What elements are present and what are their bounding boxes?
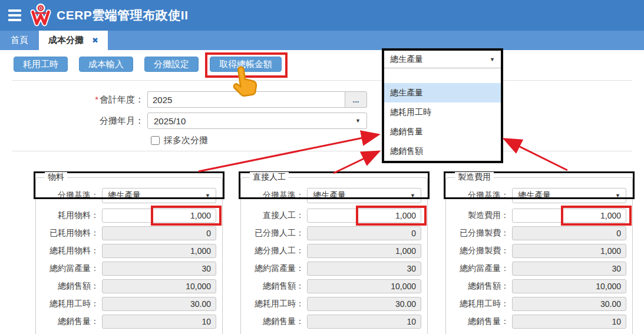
basis-label: 分攤基準：	[37, 190, 102, 201]
required-asterisk: *	[95, 94, 98, 104]
cost-input-button[interactable]: 成本輸入	[79, 57, 133, 72]
allocated-labor-input	[307, 226, 421, 240]
field-label: 總銷售量：	[37, 316, 102, 327]
basis-select-direct-labor[interactable]: 總生產量 ▼	[307, 188, 421, 203]
dropdown-arrow-icon: ▼	[205, 193, 210, 199]
basis-label: 分攤基準：	[242, 190, 307, 201]
field-label: 總約當產量：	[37, 263, 102, 274]
field-label: 總耗用物料：	[37, 246, 102, 256]
total-sales-qty-input	[102, 315, 216, 329]
field-label: 總約當產量：	[447, 263, 512, 274]
field-label: 已耗用物料：	[37, 228, 102, 239]
get-ledger-amount-button[interactable]: 取得總帳金額	[210, 57, 282, 72]
menu-icon[interactable]	[8, 9, 21, 21]
basis-label: 分攤基準：	[447, 190, 512, 201]
tab-close-icon[interactable]: ✖	[92, 36, 98, 45]
consumed-materials-input[interactable]	[102, 209, 216, 223]
field-label: 總分攤製費：	[447, 246, 512, 256]
total-hours-input	[307, 297, 421, 311]
dropdown-arrow-icon: ▼	[490, 57, 495, 62]
total-sales-amount-input	[102, 279, 216, 293]
basis-select-overhead[interactable]: 總生產量 ▼	[512, 188, 626, 203]
multi-alloc-label: 採多次分攤	[164, 135, 208, 146]
tab-cost-allocation[interactable]: 成本分攤 ✖	[39, 31, 108, 50]
panel-materials: 物料 分攤基準： 總生產量 ▼ 耗用物料： 已耗用物料： 總耗用物料：	[35, 177, 223, 334]
total-materials-input	[102, 244, 216, 258]
field-label: 總銷售量：	[242, 316, 307, 327]
app-header: CERP雲端管理布政使II	[0, 0, 644, 31]
total-sales-qty-input	[307, 315, 421, 329]
allocated-materials-input	[102, 226, 216, 240]
tab-cost-allocation-label: 成本分攤	[48, 35, 84, 46]
alloc-month-label: 分攤年月：	[0, 115, 147, 127]
panel-overhead-title: 製造費用	[455, 172, 494, 183]
field-label: 總銷售量：	[447, 316, 512, 327]
equivalent-units-input	[512, 262, 626, 276]
tab-bar: 首頁 成本分攤 ✖	[0, 31, 644, 50]
brand-logo-icon	[29, 4, 52, 27]
alloc-month-select[interactable]: 2025/10 ▼	[147, 113, 367, 129]
equivalent-units-input	[102, 262, 216, 276]
panel-materials-title: 物料	[45, 172, 67, 183]
field-label: 已分攤製費：	[447, 228, 512, 239]
field-label: 耗用物料：	[37, 210, 102, 221]
total-sales-qty-input	[512, 315, 626, 329]
fiscal-year-input[interactable]	[147, 91, 345, 108]
overlay-option-list: 總生產量 總耗用工時 總銷售量 總銷售額	[384, 83, 501, 161]
dropdown-arrow-icon: ▼	[410, 193, 415, 199]
dropdown-arrow-icon: ▼	[355, 118, 361, 124]
field-label: 總銷售額：	[447, 281, 512, 292]
basis-dropdown-overlay: 總生產量 ▼ 總生產量 總耗用工時 總銷售量 總銷售額	[382, 48, 503, 163]
dropdown-arrow-icon: ▼	[615, 193, 620, 199]
panel-direct-labor-title: 直接人工	[250, 172, 289, 183]
overlay-option-total-production[interactable]: 總生產量	[384, 83, 501, 102]
overlay-basis-select[interactable]: 總生產量 ▼	[384, 51, 501, 68]
consumed-hours-button[interactable]: 耗用工時	[14, 57, 68, 72]
app-title: CERP雲端管理布政使II	[57, 7, 189, 24]
total-hours-input	[102, 297, 216, 311]
basis-select-materials[interactable]: 總生產量 ▼	[102, 188, 216, 203]
overlay-option-total-sales-amount[interactable]: 總銷售額	[384, 141, 501, 161]
field-label: 已分攤人工：	[242, 228, 307, 239]
basis-value: 總生產量	[518, 190, 551, 201]
total-sales-amount-input	[307, 279, 421, 293]
panel-direct-labor: 直接人工 分攤基準： 總生產量 ▼ 直接人工： 已分攤人工： 總分攤人工：	[240, 177, 428, 334]
separator	[12, 151, 632, 151]
annotation-arrow-2	[333, 152, 378, 173]
direct-labor-input[interactable]	[307, 209, 421, 223]
allocation-settings-button[interactable]: 分攤設定	[144, 57, 199, 72]
cost-panels: 物料 分攤基準： 總生產量 ▼ 耗用物料： 已耗用物料： 總耗用物料：	[35, 177, 644, 334]
fiscal-year-lookup-button[interactable]: ...	[345, 91, 367, 108]
manufacturing-overhead-input[interactable]	[512, 209, 626, 223]
field-label: 總耗用工時：	[242, 299, 307, 309]
field-label: 總耗用工時：	[37, 299, 102, 309]
field-label: 直接人工：	[242, 210, 307, 221]
overlay-option-total-sales-qty[interactable]: 總銷售量	[384, 122, 501, 141]
total-sales-amount-input	[512, 279, 626, 293]
overlay-selected-value: 總生產量	[390, 54, 423, 65]
equivalent-units-input	[307, 262, 421, 276]
field-label: 總銷售額：	[37, 281, 102, 292]
separator	[12, 80, 632, 81]
field-label: 總耗用工時：	[447, 299, 512, 309]
field-label: 總約當產量：	[242, 263, 307, 274]
panel-manufacturing-overhead: 製造費用 分攤基準： 總生產量 ▼ 製造費用： 已分攤製費： 總分攤製費：	[445, 177, 633, 334]
field-label: 總分攤人工：	[242, 246, 307, 256]
overlay-option-total-hours[interactable]: 總耗用工時	[384, 102, 501, 122]
fiscal-year-label: *會計年度：	[0, 94, 147, 105]
allocated-overhead-input	[512, 226, 626, 240]
main-form: *會計年度： ... 分攤年月： 2025/10 ▼ 採多次分攤	[0, 91, 644, 147]
total-allocated-labor-input	[307, 244, 421, 258]
basis-value: 總生產量	[313, 190, 346, 201]
toolbar: 耗用工時 成本輸入 分攤設定 取得總帳金額	[14, 57, 644, 72]
total-hours-input	[512, 297, 626, 311]
basis-value: 總生產量	[108, 190, 141, 201]
multi-alloc-checkbox[interactable]	[151, 136, 160, 145]
alloc-month-value: 2025/10	[154, 116, 186, 126]
tab-home[interactable]: 首頁	[0, 31, 39, 50]
field-label: 製造費用：	[447, 210, 512, 221]
total-allocated-overhead-input	[512, 244, 626, 258]
field-label: 總銷售額：	[242, 281, 307, 292]
